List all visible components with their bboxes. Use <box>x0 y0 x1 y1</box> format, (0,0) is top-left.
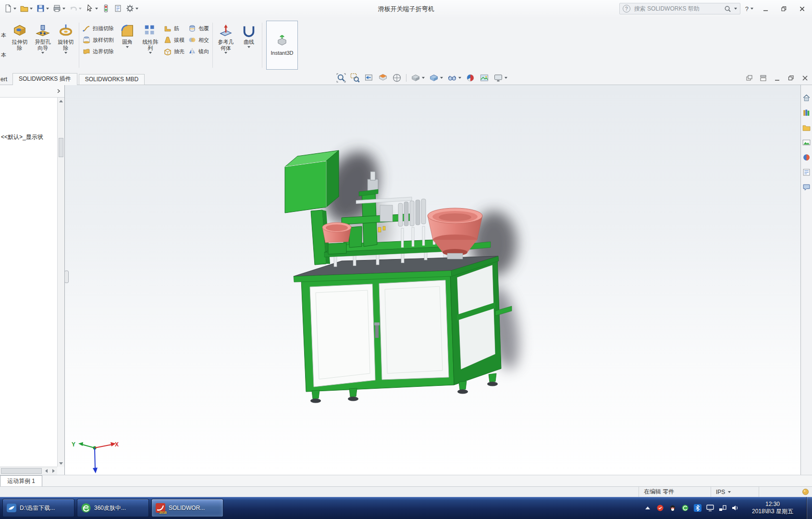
triad-x-label: X <box>115 441 119 448</box>
taskbar-button-thunder[interactable]: D:\迅雷下载... <box>2 499 74 517</box>
hide-show-items-button[interactable] <box>447 73 461 83</box>
doc-close-button[interactable] <box>802 74 808 83</box>
restore-button[interactable] <box>776 3 791 14</box>
scroll-up-arrow[interactable] <box>58 98 64 104</box>
thunder-icon <box>6 503 17 513</box>
network-tray-icon[interactable] <box>719 504 726 512</box>
wrap-button[interactable]: 包覆 <box>188 25 209 32</box>
instant3d-toggle[interactable]: Instant3D <box>266 21 298 70</box>
feature-tree[interactable]: <<默认>_显示状 <box>0 98 57 467</box>
new-document-button[interactable] <box>2 3 18 13</box>
doc-switch-button[interactable] <box>760 74 766 83</box>
mirror-icon <box>188 48 196 55</box>
panel-splitter-handle[interactable] <box>65 271 69 283</box>
scroll-down-arrow[interactable] <box>58 460 64 467</box>
vertical-scroll-thumb[interactable] <box>59 138 63 157</box>
lofted-cut-button[interactable]: 放样切割 <box>83 36 114 44</box>
previous-view-button[interactable] <box>364 73 374 83</box>
horizontal-scroll-thumb[interactable] <box>1 468 42 474</box>
file-properties-button[interactable] <box>112 3 124 13</box>
shell-button[interactable]: 抽壳 <box>164 48 185 55</box>
bluetooth-tray-icon[interactable] <box>694 504 701 512</box>
options-button[interactable] <box>124 3 140 13</box>
taskbar-clock[interactable]: 12:30 2018\8\3 星期五 <box>746 501 800 515</box>
minimize-button[interactable] <box>758 3 773 14</box>
linear-pattern-button[interactable]: 线性阵列 <box>139 20 162 71</box>
open-button[interactable] <box>18 3 35 13</box>
hole-wizard-button[interactable]: 异型孔向导 <box>31 20 54 71</box>
curves-icon <box>242 24 256 38</box>
mirror-button[interactable]: 镜向 <box>188 48 209 55</box>
shell-icon <box>164 48 172 55</box>
linear-pattern-icon <box>143 24 158 38</box>
intersect-button[interactable]: 相交 <box>188 36 209 44</box>
doc-cascade-button[interactable] <box>746 74 752 83</box>
tab-solidworks-mbd[interactable]: SOLIDWORKS MBD <box>79 74 145 85</box>
ribbon-tabs: ert SOLIDWORKS 插件 SOLIDWORKS MBD <box>0 73 146 86</box>
select-button[interactable] <box>84 3 100 13</box>
scroll-left-arrow[interactable] <box>43 467 50 475</box>
undo-button[interactable] <box>67 3 84 13</box>
help-button[interactable]: ? <box>744 5 754 12</box>
security-tray-icon[interactable] <box>656 504 664 512</box>
appearances-icon[interactable] <box>802 153 811 161</box>
show-desktop-button[interactable] <box>806 497 812 519</box>
tab-solidworks-addins[interactable]: SOLIDWORKS 插件 <box>12 73 77 86</box>
motion-study-tab[interactable]: 运动算例 1 <box>0 475 42 486</box>
feature-panel-horizontal-scrollbar[interactable] <box>0 467 57 475</box>
file-explorer-icon[interactable] <box>802 124 811 132</box>
extruded-cut-button[interactable]: 拉伸切除 <box>8 20 31 71</box>
hidden-icons-button[interactable] <box>644 504 652 512</box>
draft-button[interactable]: 拔模 <box>164 36 185 44</box>
scroll-right-arrow[interactable] <box>50 467 57 475</box>
swept-cut-button[interactable]: 扫描切除 <box>83 25 114 32</box>
fillet-button[interactable]: 圆角 <box>116 20 139 71</box>
quick-tip-icon[interactable] <box>802 488 809 495</box>
view-settings-button[interactable] <box>493 73 507 83</box>
apply-scene-button[interactable] <box>480 73 489 83</box>
edit-appearance-button[interactable] <box>466 73 475 83</box>
doc-minimize-button[interactable] <box>774 74 780 83</box>
rebuild-button[interactable] <box>100 3 112 13</box>
expand-panel-button[interactable] <box>55 87 62 95</box>
tab-clipped[interactable]: ert <box>0 74 11 85</box>
cylinder-cluster <box>398 199 426 226</box>
view-palette-icon[interactable] <box>802 138 811 147</box>
curves-button[interactable]: 曲线 <box>237 20 260 71</box>
title-bar: 滑板开关端子折弯机 ? ? <box>0 0 812 18</box>
status-bar: 在编辑 零件 IPS <box>0 486 812 497</box>
close-button[interactable] <box>795 3 809 14</box>
custom-properties-icon[interactable] <box>802 168 811 176</box>
360-tray-icon[interactable] <box>681 504 689 512</box>
unit-system[interactable]: IPS <box>711 487 759 497</box>
resources-home-icon[interactable] <box>802 94 811 102</box>
search-input[interactable] <box>633 5 721 12</box>
annotation-views-button[interactable] <box>392 73 402 83</box>
boundary-cut-button[interactable]: 边界切除 <box>83 48 114 55</box>
reference-geometry-button[interactable]: 参考几何体 <box>214 20 237 71</box>
taskbar-button-360[interactable]: 360皮肤中... <box>77 499 149 517</box>
section-view-button[interactable] <box>378 73 388 83</box>
revolved-cut-button[interactable]: 旋转切除 <box>54 20 77 71</box>
search-icon[interactable] <box>724 5 731 12</box>
taskbar-button-solidworks[interactable]: 2016 SOLIDWOR... <box>151 499 223 517</box>
qq-tray-icon[interactable] <box>669 504 677 512</box>
graphics-area[interactable]: X Y Z <box>65 85 800 475</box>
view-orientation-button[interactable] <box>411 73 425 83</box>
search-scope-caret[interactable] <box>734 8 737 10</box>
zoom-fit-button[interactable] <box>336 73 346 83</box>
doc-restore-button[interactable] <box>788 74 794 83</box>
rib-button[interactable]: 筋 <box>164 25 185 32</box>
print-button[interactable] <box>51 3 67 13</box>
design-library-icon[interactable] <box>802 109 811 117</box>
display-style-button[interactable] <box>429 73 443 83</box>
green-control-box <box>285 150 339 213</box>
cut-features-column: 扫描切除 放样切割 边界切除 <box>83 20 114 71</box>
save-button[interactable] <box>35 3 51 13</box>
display-tray-icon[interactable] <box>706 504 714 512</box>
volume-tray-icon[interactable] <box>731 504 739 512</box>
help-search-box[interactable]: ? <box>619 3 740 14</box>
forum-icon[interactable] <box>802 183 811 191</box>
zoom-area-button[interactable] <box>350 73 360 83</box>
feature-panel-vertical-scrollbar[interactable] <box>57 98 64 467</box>
